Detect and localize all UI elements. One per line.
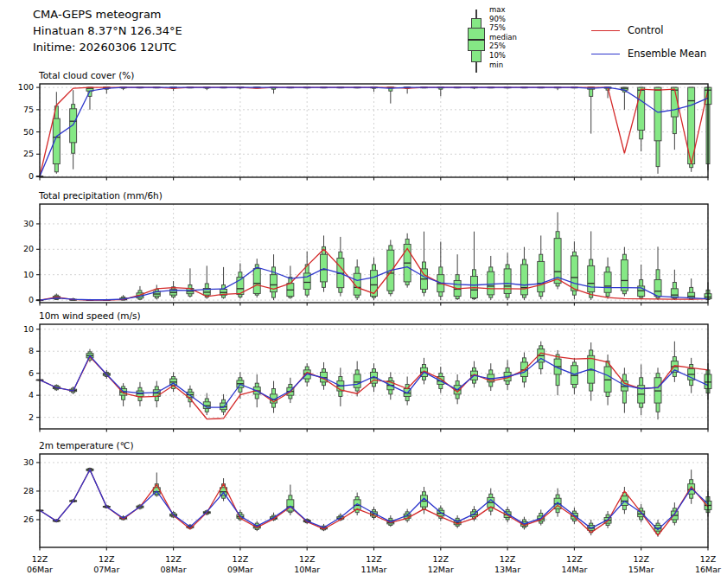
legend-label-25: 25% — [489, 42, 517, 51]
figure-header: CMA-GEPS meteogram Hinatuan 8.37°N 126.3… — [33, 6, 182, 55]
series-legend: Control Ensemble Mean — [591, 24, 706, 71]
svg-text:12Z: 12Z — [366, 554, 382, 564]
svg-text:12Z: 12Z — [233, 554, 249, 564]
svg-text:13Mar: 13Mar — [494, 565, 520, 574]
svg-text:0: 0 — [29, 171, 34, 181]
legend-label-min: min — [489, 61, 517, 70]
svg-text:10m wind speed (m/s): 10m wind speed (m/s) — [39, 310, 141, 321]
svg-text:09Mar: 09Mar — [227, 565, 253, 574]
svg-text:10Mar: 10Mar — [294, 565, 320, 574]
control-label: Control — [628, 24, 664, 36]
box-whisker-legend-labels: max 90% 75% median 25% 10% min — [489, 5, 517, 69]
svg-text:Total precipitation (mm/6h): Total precipitation (mm/6h) — [38, 190, 163, 201]
svg-text:2m temperature (℃): 2m temperature (℃) — [39, 440, 134, 451]
svg-text:12Mar: 12Mar — [428, 565, 454, 574]
svg-text:26: 26 — [23, 514, 34, 524]
legend-median-line — [468, 39, 485, 41]
ensemble-mean-label: Ensemble Mean — [628, 48, 706, 60]
svg-text:12Z: 12Z — [299, 554, 316, 564]
legend-label-75: 75% — [489, 23, 517, 33]
svg-text:30: 30 — [23, 219, 34, 228]
meteogram-chart: 0255075100Total cloud cover (%)0102030To… — [0, 0, 727, 588]
svg-text:14Mar: 14Mar — [561, 565, 587, 574]
ensemble-mean-line-swatch — [591, 54, 620, 54]
legend-label-median: median — [489, 33, 517, 42]
legend-label-90: 90% — [489, 15, 517, 24]
svg-text:75: 75 — [23, 105, 34, 114]
svg-text:12Z: 12Z — [165, 554, 182, 564]
init-time: Initime: 20260306 12UTC — [33, 39, 182, 55]
box-whisker-legend-glyph — [467, 8, 486, 75]
svg-text:2: 2 — [29, 412, 34, 422]
svg-text:8: 8 — [29, 346, 34, 355]
svg-text:25: 25 — [23, 149, 34, 158]
legend-label-max: max — [489, 5, 517, 15]
svg-text:50: 50 — [23, 127, 34, 137]
svg-text:4: 4 — [29, 390, 34, 399]
svg-text:12Z: 12Z — [32, 554, 48, 564]
svg-text:6: 6 — [29, 368, 34, 378]
legend-item-control: Control — [591, 24, 706, 36]
svg-text:08Mar: 08Mar — [161, 565, 187, 574]
svg-text:Total cloud cover (%): Total cloud cover (%) — [38, 70, 134, 80]
svg-text:16Mar: 16Mar — [695, 565, 721, 574]
svg-text:10: 10 — [23, 270, 34, 279]
figure-title: CMA-GEPS meteogram — [33, 6, 182, 22]
control-line-swatch — [591, 30, 620, 31]
station-location: Hinatuan 8.37°N 126.34°E — [33, 22, 182, 39]
svg-text:12Z: 12Z — [432, 554, 449, 564]
svg-text:06Mar: 06Mar — [27, 565, 53, 574]
svg-text:12Z: 12Z — [566, 554, 583, 564]
svg-text:12Z: 12Z — [99, 554, 115, 564]
svg-text:12Z: 12Z — [633, 554, 649, 564]
svg-text:100: 100 — [18, 82, 34, 92]
svg-text:0: 0 — [29, 295, 34, 304]
svg-text:12Z: 12Z — [500, 554, 516, 564]
legend-label-10: 10% — [489, 51, 517, 61]
legend-item-ensemble-mean: Ensemble Mean — [591, 48, 706, 60]
svg-text:10: 10 — [23, 324, 34, 334]
svg-text:20: 20 — [23, 244, 34, 253]
svg-text:15Mar: 15Mar — [628, 565, 654, 574]
svg-text:28: 28 — [23, 486, 34, 495]
meteogram-figure: 0255075100Total cloud cover (%)0102030To… — [0, 0, 727, 588]
svg-text:12Z: 12Z — [700, 554, 717, 564]
svg-text:07Mar: 07Mar — [93, 565, 119, 574]
svg-text:30: 30 — [23, 457, 34, 467]
svg-text:11Mar: 11Mar — [360, 565, 386, 574]
